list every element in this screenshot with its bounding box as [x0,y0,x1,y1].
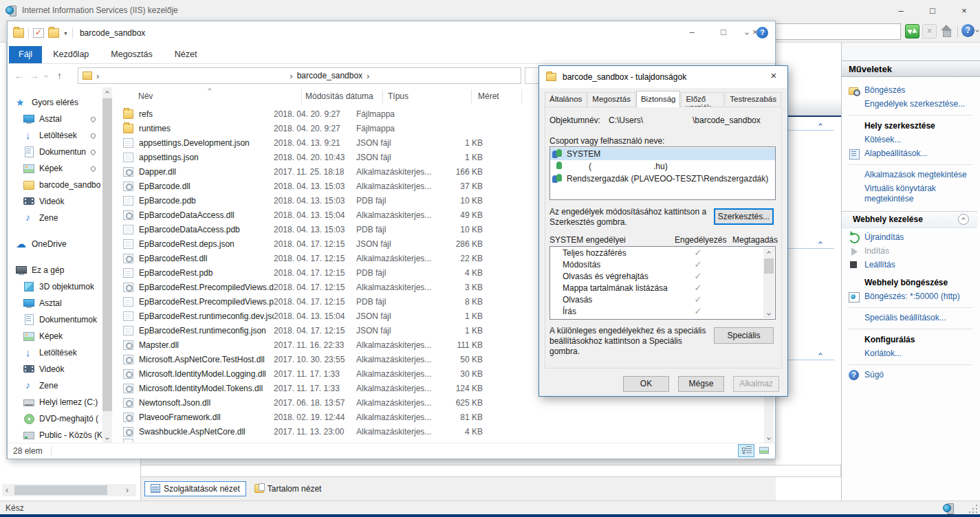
explorer-minimize-button[interactable]: – [676,21,708,42]
sidebar-scrollbar[interactable] [102,87,112,443]
action-item[interactable]: Speciális beállítások... [849,311,977,325]
permission-row[interactable]: Írás [550,305,775,317]
collapse-section-icon[interactable] [958,214,969,225]
connections-horizontal-scrollbar[interactable]: ‹ › [2,484,136,496]
action-item[interactable]: Indítás [849,245,977,258]
column-header-size[interactable]: Méret [478,91,499,101]
action-item[interactable]: Virtuális könyvtárak megtekintése [849,182,977,206]
forward-icon[interactable]: → [30,70,39,81]
cancel-button[interactable]: Mégse [678,376,724,392]
resize-grip[interactable] [968,504,977,513]
file-row[interactable]: Swashbuckle.AspNetCore.dll 2017. 11. 13.… [112,424,764,439]
help-icon[interactable]: ? [961,24,974,37]
explorer-maximize-button[interactable]: □ [708,21,739,42]
home-icon[interactable] [939,24,954,38]
action-item[interactable]: Alkalmazások megtekintése [849,168,977,182]
action-item[interactable] [849,329,972,329]
group-row-admins[interactable]: Rendszergazdák (PLAVEOO-TESZT\Rendszerga… [550,173,775,185]
iis-minimize-button[interactable]: – [885,0,917,21]
minimize-ribbon-icon[interactable] [745,31,749,35]
sidebar-item[interactable]: Public - Közös (K [8,427,102,443]
permission-row[interactable]: Mappa tartalmának listázása [550,282,775,294]
permission-row[interactable]: Módosítás [550,258,775,270]
group-row-user[interactable]: ( .hu) [550,160,775,173]
back-icon[interactable]: ← [14,70,24,81]
file-row[interactable]: Newtonsoft.Json.dll 2017. 06. 18. 13:57 … [112,395,764,410]
scroll-down-icon[interactable] [763,308,774,318]
scrollbar-thumb[interactable] [102,98,112,411]
up-icon[interactable]: ↑ [57,70,62,81]
sidebar-item[interactable]: Asztal [8,111,102,127]
dialog-tab[interactable]: Testreszabás [725,92,781,107]
action-item[interactable] [849,307,972,308]
sidebar-item[interactable]: barcode_sandbo [8,177,102,193]
column-header-date[interactable]: Módosítás dátuma [305,91,373,101]
refresh-icon[interactable] [905,24,919,38]
sidebar-item[interactable]: Helyi lemez (C:) [8,394,102,410]
scroll-up-icon[interactable] [763,248,774,258]
sidebar-item[interactable]: Asztal [8,295,102,311]
action-item[interactable] [849,364,972,365]
help-dropdown-icon[interactable] [975,28,979,32]
column-header-type[interactable]: Típus [388,91,409,101]
sidebar-item[interactable]: Letöltések [8,344,102,361]
iis-maximize-button[interactable]: □ [917,0,948,21]
dialog-tab[interactable]: Biztonság [636,91,681,107]
recent-locations-icon[interactable] [44,74,48,78]
details-view-button[interactable] [738,444,754,457]
scrollbar-thumb[interactable] [764,258,774,274]
advanced-button[interactable]: Speciális [714,327,774,344]
breadcrumb-separator[interactable]: › [290,71,292,81]
column-header-name[interactable]: Név [138,91,153,101]
tab-content-view[interactable]: Tartalom nézet [249,482,327,496]
sidebar-item[interactable]: Videók [8,193,102,210]
action-item[interactable]: Böngészés [849,84,977,98]
action-item[interactable]: Engedélyek szerkesztése... [849,98,977,111]
ribbon-tab[interactable]: Nézet [164,46,208,63]
sidebar-item[interactable]: Dokumentumok [8,311,102,328]
sidebar-item[interactable]: Ez a gép [8,262,102,278]
iis-close-button[interactable]: × [948,0,980,21]
scroll-left-icon[interactable]: ‹ [2,485,12,495]
permissions-scrollbar[interactable] [763,248,774,318]
scroll-right-icon[interactable]: › [122,485,132,495]
action-item[interactable]: Konfigurálás [849,333,977,347]
action-item[interactable] [849,164,972,165]
sidebar-item[interactable]: Képek [8,328,102,344]
dialog-tab[interactable]: Megosztás [587,92,635,107]
breadcrumb[interactable]: › › barcode_sandbox › [78,67,521,84]
customize-qat-icon[interactable]: ▼ [63,31,68,36]
dialog-tab[interactable]: Általános [545,92,587,107]
thumbnails-view-button[interactable] [756,444,772,457]
dialog-close-icon[interactable]: × [760,66,787,85]
sidebar-item[interactable]: Dokumentun [8,144,102,160]
sidebar-item[interactable]: Letöltések [8,127,102,144]
permission-row[interactable]: Olvasás [550,294,775,305]
sidebar-item[interactable]: DVD-meghajtó ( [8,410,102,427]
tab-services-view[interactable]: Szolgáltatások nézet [144,481,246,496]
action-item[interactable]: Kötések... [849,133,977,147]
sidebar-item[interactable]: OneDrive [8,236,102,252]
file-row[interactable]: PlaveooFramework.dll 2018. 02. 19. 12:44… [112,410,764,424]
scroll-down-icon[interactable] [102,432,112,443]
action-item[interactable]: Újraindítás [849,231,977,245]
ribbon-tab[interactable]: Megosztás [100,46,163,63]
sidebar-item[interactable]: Videók [8,361,102,377]
action-item[interactable]: Böngészés: *:50000 (http) [849,290,977,304]
sidebar-item[interactable]: Képek [8,160,102,177]
sidebar-item[interactable]: Gyors elérés [8,94,102,111]
breadcrumb-separator[interactable]: › [367,71,369,81]
ribbon-tab[interactable]: Fájl [9,46,42,63]
ribbon-tab[interactable]: Kezdőlap [42,46,100,63]
permission-row[interactable]: Olvasás és végrehajtás [550,270,775,282]
action-item[interactable]: Alapbeállítások... [849,147,977,161]
sidebar-item[interactable]: Zene [8,377,102,394]
ok-button[interactable]: OK [623,376,669,392]
new-folder-icon[interactable] [48,28,59,38]
group-row-system[interactable]: SYSTEM [550,148,775,160]
scrollbar-thumb[interactable] [14,485,107,495]
sidebar-item[interactable]: 3D objektumok [8,278,102,295]
explorer-help-icon[interactable]: ? [756,27,768,38]
scroll-down-icon[interactable] [764,432,774,443]
breadcrumb-current-folder[interactable]: barcode_sandbox [297,71,362,80]
